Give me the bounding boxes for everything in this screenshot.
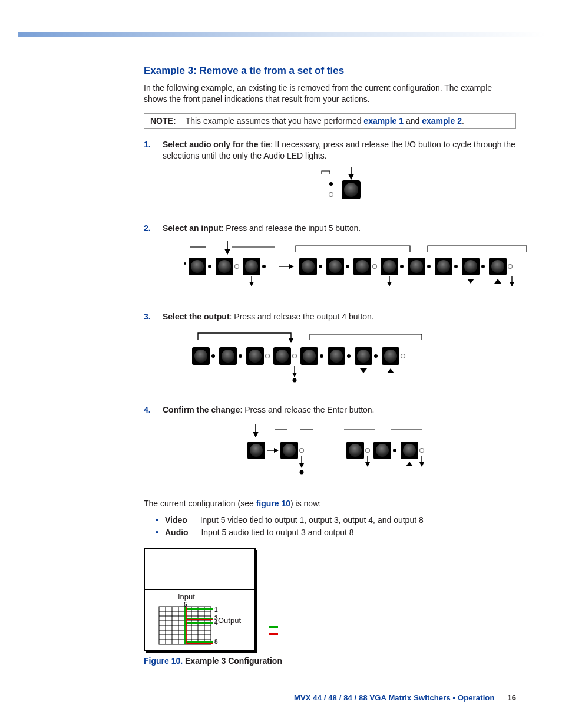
svg-point-61 xyxy=(303,350,316,363)
svg-point-49 xyxy=(194,350,207,363)
svg-point-41 xyxy=(508,265,513,269)
config-link-figure-10[interactable]: figure 10 xyxy=(256,499,290,508)
svg-point-65 xyxy=(347,354,351,358)
step-2-illustration xyxy=(163,240,516,296)
svg-point-20 xyxy=(319,265,322,268)
svg-point-31 xyxy=(410,260,423,273)
svg-point-85 xyxy=(283,444,296,457)
svg-point-1 xyxy=(329,182,333,186)
note-link-1[interactable]: example 1 xyxy=(363,116,404,126)
footer-text: MVX 44 / 48 / 84 / 88 VGA Matrix Switche… xyxy=(294,693,495,702)
svg-rect-124 xyxy=(269,626,278,628)
svg-point-37 xyxy=(464,260,477,273)
svg-point-2 xyxy=(329,192,333,196)
step-title: Confirm the change xyxy=(163,405,240,414)
step-1: 1. Select audio only for the tie: If nec… xyxy=(144,139,516,208)
bullet-audio: Audio — Input 5 audio tied to output 3 a… xyxy=(156,526,516,539)
svg-point-53 xyxy=(239,354,242,358)
svg-point-70 xyxy=(384,350,397,363)
step-number: 3. xyxy=(144,311,151,322)
svg-marker-44 xyxy=(467,279,474,284)
svg-point-12 xyxy=(218,260,231,273)
config-after: ) is now: xyxy=(290,499,321,508)
svg-point-28 xyxy=(383,260,396,273)
step-number: 1. xyxy=(144,139,151,150)
svg-point-32 xyxy=(427,265,431,268)
svg-point-38 xyxy=(481,265,485,268)
step-4: 4. Confirm the change: Press and release… xyxy=(144,404,516,483)
step-body: : Press and release the Enter button. xyxy=(240,405,374,414)
config-bullets: Video — Input 5 video tied to output 1, … xyxy=(144,514,516,539)
svg-marker-75 xyxy=(387,368,394,373)
svg-marker-74 xyxy=(360,368,367,373)
svg-point-64 xyxy=(330,350,343,363)
svg-point-59 xyxy=(293,354,297,358)
note-box: NOTE: This example assumes that you have… xyxy=(144,113,516,129)
section-heading: Example 3: Remove a tie from a set of ti… xyxy=(144,65,516,77)
steps-list: 1. Select audio only for the tie: If nec… xyxy=(144,139,516,483)
step-2: 2. Select an input: Press and release th… xyxy=(144,223,516,296)
svg-point-88 xyxy=(300,470,304,474)
note-link-2[interactable]: example 2 xyxy=(422,116,462,126)
svg-point-23 xyxy=(346,265,349,268)
svg-point-96 xyxy=(403,444,416,457)
svg-point-94 xyxy=(393,449,396,452)
svg-marker-99 xyxy=(406,462,413,466)
svg-point-29 xyxy=(400,265,404,268)
header-gradient xyxy=(18,32,544,37)
svg-point-97 xyxy=(420,448,424,452)
step-title: Select the output xyxy=(163,312,230,321)
svg-point-62 xyxy=(320,354,323,358)
config-before: The current configuration (see xyxy=(144,499,256,508)
svg-point-56 xyxy=(266,354,270,358)
svg-point-67 xyxy=(357,350,370,363)
svg-point-16 xyxy=(262,265,266,268)
svg-point-93 xyxy=(376,444,389,457)
svg-point-22 xyxy=(329,260,342,273)
step-number: 4. xyxy=(144,404,151,416)
svg-point-19 xyxy=(302,260,315,273)
svg-point-82 xyxy=(250,444,263,457)
svg-point-58 xyxy=(276,350,289,363)
step-4-illustration xyxy=(163,421,516,483)
svg-rect-125 xyxy=(269,633,278,635)
intro-paragraph: In the following example, an existing ti… xyxy=(144,83,516,105)
svg-point-86 xyxy=(300,448,304,452)
note-text-before: This example assumes that you have perfo… xyxy=(186,116,364,126)
note-text-after: . xyxy=(462,116,464,126)
figure-caption: Figure 10. Example 3 Configuration xyxy=(144,656,516,666)
bullet-label: Audio xyxy=(165,528,189,537)
note-text-mid: and xyxy=(404,116,422,126)
step-number: 2. xyxy=(144,223,151,234)
svg-point-10 xyxy=(208,265,211,268)
config-line: The current configuration (see figure 10… xyxy=(144,499,516,508)
note-label: NOTE: xyxy=(150,116,183,126)
svg-point-50 xyxy=(211,354,215,358)
step-1-illustration xyxy=(163,167,516,208)
svg-point-47 xyxy=(184,262,186,265)
svg-point-4 xyxy=(344,183,358,197)
svg-point-52 xyxy=(222,350,234,363)
svg-point-55 xyxy=(249,350,262,363)
bullet-text: — Input 5 audio tied to output 3 and out… xyxy=(189,528,354,537)
figure-10-grid-area: Input 5 Output 1 3 4 8 xyxy=(145,589,254,651)
bullet-label: Video xyxy=(165,515,187,525)
svg-point-34 xyxy=(437,260,450,273)
page-content: Example 3: Remove a tie from a set of ti… xyxy=(144,65,516,666)
step-body: : Press and release the input 5 button. xyxy=(222,223,361,233)
step-3: 3. Select the output: Press and release … xyxy=(144,311,516,389)
figure-text: Example 3 Configuration xyxy=(185,656,282,666)
step-3-illustration xyxy=(180,328,516,389)
svg-point-15 xyxy=(245,260,258,273)
svg-point-35 xyxy=(454,265,458,268)
svg-point-91 xyxy=(366,448,370,452)
legend-swatches xyxy=(269,624,286,641)
page-footer: MVX 44 / 48 / 84 / 88 VGA Matrix Switche… xyxy=(294,693,516,702)
svg-point-90 xyxy=(349,444,362,457)
footer-page-number: 16 xyxy=(507,693,516,702)
step-body: : Press and release the output 4 button. xyxy=(230,312,374,321)
svg-point-25 xyxy=(356,260,369,273)
svg-point-26 xyxy=(373,265,377,269)
bullet-text: — Input 5 video tied to output 1, output… xyxy=(187,515,424,525)
svg-point-40 xyxy=(491,260,504,273)
